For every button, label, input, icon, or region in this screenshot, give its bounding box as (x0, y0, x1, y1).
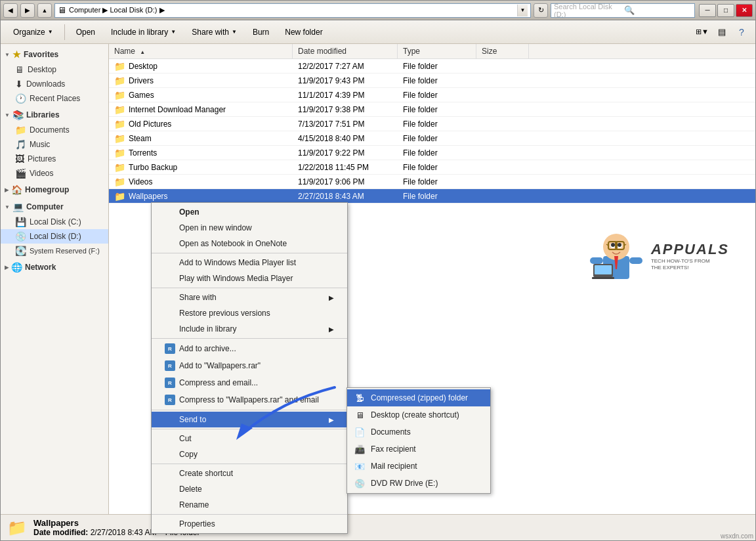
organize-label: Organize (13, 28, 45, 37)
sidebar-item-pictures[interactable]: 🖼 Pictures (1, 152, 108, 166)
svg-rect-12 (590, 257, 603, 264)
help-button[interactable]: ? (733, 24, 750, 40)
context-menu-item-add_wmp[interactable]: Add to Windows Media Player list (152, 255, 347, 270)
refresh-button[interactable]: ↻ (534, 3, 548, 18)
open-button[interactable]: Open (69, 23, 102, 41)
address-bar[interactable]: 🖥 Computer ▶ Local Disk (D:) ▶ ▼ (54, 3, 531, 18)
context-menu-item-include_library[interactable]: Include in library ▶ (152, 321, 347, 337)
share-with-button[interactable]: Share with ▼ (184, 23, 244, 41)
table-row[interactable]: 📁 Wallpapers 2/27/2018 8:43 AM File fold… (109, 189, 755, 204)
address-dropdown[interactable]: ▼ (517, 5, 528, 16)
table-row[interactable]: 📁 Drivers 11/9/2017 9:43 PM File folder (109, 74, 755, 88)
table-row[interactable]: 📁 Steam 4/15/2018 8:40 PM File folder (109, 131, 755, 146)
col-header-date[interactable]: Date modified (293, 44, 398, 58)
svg-point-4 (611, 243, 615, 247)
table-row[interactable]: 📁 Turbo Backup 1/22/2018 11:45 PM File f… (109, 160, 755, 175)
context-menu-item-properties[interactable]: Properties (152, 516, 347, 532)
search-icon[interactable]: 🔍 (624, 5, 692, 15)
context-menu-item-copy[interactable]: Copy (152, 446, 347, 462)
maximize-button[interactable]: □ (717, 4, 734, 17)
sidebar-item-desktop[interactable]: 🖥 Desktop (1, 62, 108, 77)
submenu-item-mail_recipient[interactable]: 📧 Mail recipient (347, 458, 490, 475)
network-header[interactable]: ▶ 🌐 Network (1, 259, 108, 275)
forward-button[interactable]: ▶ (20, 3, 35, 18)
context-menu-item-send_to[interactable]: Send to ▶ (152, 412, 347, 427)
file-date: 11/9/2017 9:43 PM (293, 75, 398, 87)
sidebar-item-documents[interactable]: 📁 Documents (1, 123, 108, 137)
homegroup-header[interactable]: ▶ 🏠 Homegroup (1, 182, 108, 198)
table-row[interactable]: 📁 Videos 11/9/2017 9:06 PM File folder (109, 175, 755, 189)
sidebar-item-local-d[interactable]: 💿 Local Disk (D:) (1, 229, 108, 244)
sidebar-item-downloads[interactable]: ⬇ Downloads (1, 77, 108, 91)
table-row[interactable]: 📁 Internet Download Manager 11/9/2017 9:… (109, 102, 755, 117)
table-row[interactable]: 📁 Games 11/1/2017 4:39 PM File folder (109, 88, 755, 102)
context-menu-item-create_shortcut[interactable]: Create shortcut (152, 465, 347, 481)
computer-header[interactable]: ▼ 💻 Computer (1, 199, 108, 215)
submenu-item-desktop_shortcut[interactable]: 🖥 Desktop (create shortcut) (347, 406, 490, 423)
new-folder-button[interactable]: New folder (278, 23, 329, 41)
context-menu-item-play_wmp[interactable]: Play with Windows Media Player (152, 270, 347, 286)
up-button[interactable]: ▲ (37, 3, 52, 18)
preview-pane-button[interactable]: ▤ (713, 24, 730, 40)
network-section: ▶ 🌐 Network (1, 259, 108, 275)
sidebar-item-local-c[interactable]: 💾 Local Disk (C:) (1, 215, 108, 229)
open-label: Open (76, 28, 95, 37)
recent-icon: 🕐 (15, 93, 26, 104)
table-row[interactable]: 📁 Torrents 11/9/2017 9:22 PM File folder (109, 146, 755, 160)
sidebar-item-recent[interactable]: 🕐 Recent Places (1, 91, 108, 106)
send-to-submenu[interactable]: 🗜 Compressed (zipped) folder 🖥 Desktop (… (346, 387, 491, 494)
minimize-button[interactable]: ─ (699, 4, 716, 17)
file-type: File folder (398, 176, 476, 188)
submenu-item-dvd_drive[interactable]: 💿 DVD RW Drive (E:) (347, 475, 490, 492)
context-menu-item-rename[interactable]: Rename (152, 497, 347, 513)
organize-button[interactable]: Organize ▼ (6, 23, 60, 41)
context-menu-item-restore_versions[interactable]: Restore previous versions (152, 305, 347, 321)
libraries-header[interactable]: ▼ 📚 Libraries (1, 107, 108, 123)
file-date: 1/22/2018 11:45 PM (293, 162, 398, 173)
context-menu-item-compress_email[interactable]: R Compress and email... (152, 374, 347, 391)
context-menu-item-add_archive[interactable]: R Add to archive... (152, 340, 347, 357)
context-menu-item-open_notebook[interactable]: Open as Notebook in OneNote (152, 236, 347, 251)
context-menu-item-cut[interactable]: Cut (152, 431, 347, 446)
folder-icon: 📁 (114, 162, 125, 173)
close-button[interactable]: ✕ (736, 4, 753, 17)
context-menu-item-compress_rar_email[interactable]: R Compress to "Wallpapers.rar" and email (152, 391, 347, 408)
svg-point-5 (618, 243, 621, 247)
toolbar: Organize ▼ Open Include in library ▼ Sha… (1, 20, 755, 44)
context-menu[interactable]: Open Open in new window Open as Notebook… (151, 202, 348, 534)
search-bar[interactable]: Search Local Disk (D:) 🔍 (551, 3, 695, 18)
table-row[interactable]: 📁 Desktop 12/2/2017 7:27 AM File folder (109, 59, 755, 74)
videos-label: Videos (30, 169, 53, 178)
context-menu-item-share_with[interactable]: Share with ▶ (152, 290, 347, 305)
submenu-item-fax_recipient[interactable]: 📠 Fax recipient (347, 441, 490, 458)
file-size (476, 108, 529, 111)
col-header-type[interactable]: Type (398, 44, 476, 58)
sidebar-item-system-reserved[interactable]: 💽 System Reserved (F:) (1, 244, 108, 258)
file-name: Games (129, 91, 154, 100)
col-header-name[interactable]: Name ▲ (109, 44, 293, 58)
favorites-header[interactable]: ▼ ★ Favorites (1, 47, 108, 62)
context-menu-separator (152, 429, 347, 429)
status-date-label: Date modified: (33, 528, 88, 537)
context-menu-item-delete[interactable]: Delete (152, 481, 347, 497)
col-header-size[interactable]: Size (476, 44, 529, 58)
sidebar-item-music[interactable]: 🎵 Music (1, 137, 108, 152)
include-library-button[interactable]: Include in library ▼ (104, 23, 183, 41)
context-menu-separator (152, 253, 347, 253)
context-menu-item-open[interactable]: Open (152, 204, 347, 220)
table-row[interactable]: 📁 Old Pictures 7/13/2017 7:51 PM File fo… (109, 117, 755, 131)
context-menu-item-open_new_window[interactable]: Open in new window (152, 220, 347, 236)
context-menu-separator (152, 338, 347, 339)
view-details-button[interactable]: ⊞▼ (694, 24, 711, 40)
downloads-label: Downloads (26, 79, 65, 89)
back-button[interactable]: ◀ (3, 3, 18, 18)
network-label: Network (25, 263, 56, 272)
submenu-item-documents[interactable]: 📄 Documents (347, 423, 490, 441)
appuals-tagline: TECH HOW-TO'S FROM THE EXPERTS! (651, 258, 717, 272)
submenu-item-compressed_folder[interactable]: 🗜 Compressed (zipped) folder (347, 389, 490, 406)
sidebar-item-videos[interactable]: 🎬 Videos (1, 166, 108, 181)
pictures-icon: 🖼 (15, 154, 24, 164)
burn-button[interactable]: Burn (245, 23, 276, 41)
context-menu-item-add_rar[interactable]: R Add to "Wallpapers.rar" (152, 357, 347, 374)
folder-icon: 📁 (114, 61, 125, 72)
